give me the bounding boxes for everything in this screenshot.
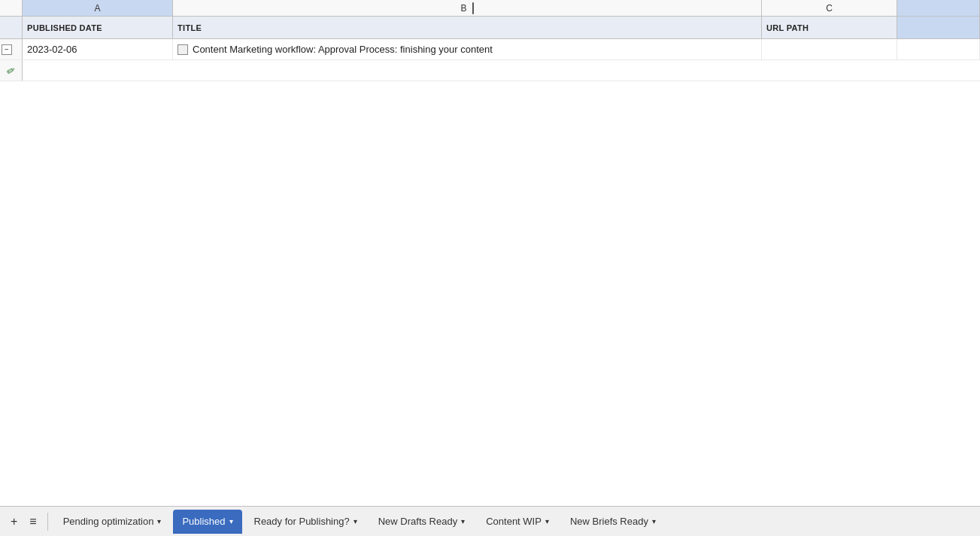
tab-published-label: Published [182,516,225,527]
spreadsheet: A B C PUBLISHED DATE TITLE URL PATH [0,0,980,506]
tab-pending-optimization[interactable]: Pending optimization ▾ [54,510,171,534]
col-resize-handle[interactable] [472,2,474,14]
tab-pending-label: Pending optimization [63,516,154,527]
tab-pending-chevron: ▾ [157,517,161,525]
page-icon [177,44,188,55]
tab-ready-for-publishing[interactable]: Ready for Publishing? ▾ [245,510,366,534]
data-cell-published-date[interactable]: 2023-02-06 [23,39,173,59]
add-sheet-button[interactable]: + [6,512,22,531]
sheets-menu-button[interactable]: ≡ [25,512,41,531]
field-headers-row: PUBLISHED DATE TITLE URL PATH [0,17,980,39]
tab-bar: + ≡ Pending optimization ▾ Published ▾ R… [0,506,980,536]
row-num-header-spacer [0,0,23,16]
plus-icon: + [11,515,17,528]
data-cell-url-path[interactable] [762,39,897,59]
col-a-label: A [94,3,100,14]
tab-content-wip[interactable]: Content WIP ▾ [477,510,558,534]
col-header-a[interactable]: A [23,0,173,16]
tab-published[interactable]: Published ▾ [173,510,241,534]
col-header-b[interactable]: B [173,0,762,16]
col-c-label: C [826,3,833,14]
tab-ready-chevron: ▾ [353,517,357,525]
tab-new-drafts-chevron: ▾ [461,517,465,525]
field-header-url-path: URL PATH [762,17,897,38]
data-cell-title[interactable]: Content Marketing workflow: Approval Pro… [173,39,762,59]
row-actions-1: − [2,44,12,55]
row-collapse-btn[interactable]: − [2,44,12,55]
tab-new-briefs-ready[interactable]: New Briefs Ready ▾ [561,510,665,534]
field-header-extra [897,17,980,38]
tab-new-drafts-ready[interactable]: New Drafts Ready ▾ [369,510,474,534]
edit-icon-row: ✏ [0,60,980,81]
hamburger-icon: ≡ [29,515,36,528]
tab-new-drafts-label: New Drafts Ready [378,516,457,527]
field-row-num-spacer [0,17,23,38]
minus-icon: − [5,45,9,53]
edit-icon-cell: ✏ [0,60,23,81]
col-header-c[interactable]: C [762,0,897,16]
tab-new-briefs-label: New Briefs Ready [570,516,648,527]
data-rows-container: − 2023-02-06 Content Marketing workflow:… [0,39,980,506]
row-num-cell-1: − [0,39,23,59]
tab-bar-divider [47,513,48,531]
col-b-label: B [460,3,466,14]
tab-published-chevron: ▾ [229,517,233,525]
edit-row-content [23,60,980,81]
published-date-value: 2023-02-06 [27,44,77,55]
tab-new-briefs-chevron: ▾ [652,517,656,525]
pencil-icon[interactable]: ✏ [4,63,17,78]
field-header-published-date: PUBLISHED DATE [23,17,173,38]
title-value: Content Marketing workflow: Approval Pro… [193,44,493,55]
data-cell-extra [897,39,980,59]
tab-content-wip-chevron: ▾ [545,517,549,525]
col-header-extra [897,0,980,16]
tab-ready-label: Ready for Publishing? [254,516,350,527]
field-header-title: TITLE [173,17,762,38]
tab-content-wip-label: Content WIP [486,516,542,527]
column-headers: A B C [0,0,980,17]
table-row: − 2023-02-06 Content Marketing workflow:… [0,39,980,60]
